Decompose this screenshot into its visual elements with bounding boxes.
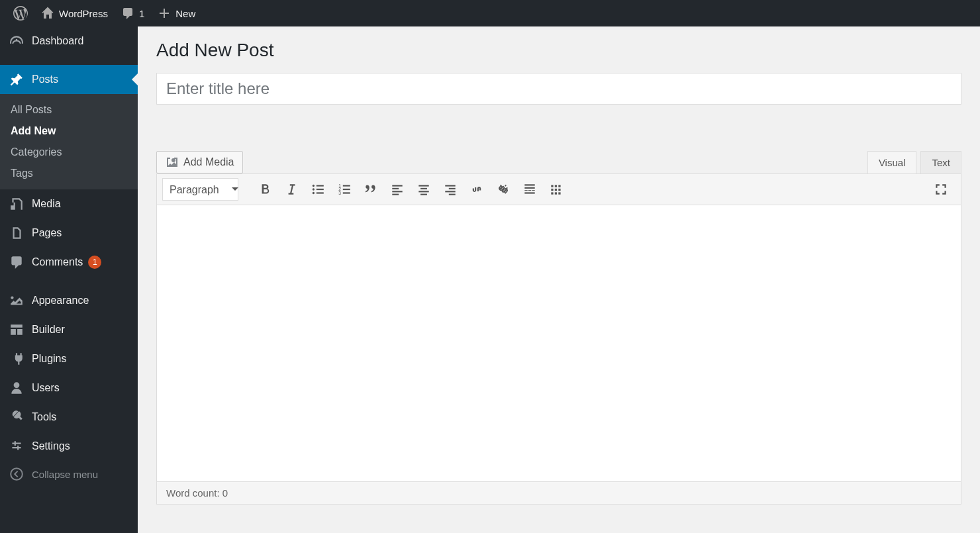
appearance-icon [8,293,25,308]
comments-link[interactable]: 1 [115,0,151,26]
tab-visual[interactable]: Visual [867,151,917,173]
menu-dashboard[interactable]: Dashboard [0,26,138,56]
svg-rect-34 [551,189,553,191]
wordpress-logo-icon [13,6,28,21]
main-content: Add New Post Add Media Visual Text Parag… [138,26,980,533]
submenu-all-posts[interactable]: All Posts [0,99,138,121]
new-content-link[interactable]: New [151,0,202,26]
settings-icon [8,439,25,454]
svg-rect-25 [524,184,534,185]
menu-tools[interactable]: Tools [0,403,138,432]
collapse-icon [8,467,25,481]
svg-rect-39 [558,192,560,194]
svg-rect-36 [558,189,560,191]
readmore-icon [522,182,537,197]
svg-point-2 [313,188,315,190]
submenu-add-new[interactable]: Add New [0,121,138,142]
bold-button[interactable] [253,178,277,201]
numbered-list-button[interactable]: 123 [332,178,356,201]
menu-plugins[interactable]: Plugins [0,344,138,373]
svg-rect-38 [555,192,557,194]
svg-point-0 [11,468,23,480]
site-home-link[interactable]: WordPress [34,0,115,26]
svg-rect-24 [449,194,456,195]
menu-settings[interactable]: Settings [0,432,138,461]
menu-comments[interactable]: Comments 1 [0,248,138,277]
wp-logo[interactable] [7,0,34,26]
home-icon [41,7,54,20]
word-count-value: 0 [222,487,228,499]
toolbar-toggle-button[interactable] [544,178,568,201]
list-ol-icon: 123 [337,182,352,197]
svg-rect-14 [392,188,399,189]
submenu-tags[interactable]: Tags [0,163,138,184]
menu-users[interactable]: Users [0,373,138,403]
link-icon [469,182,484,197]
svg-rect-19 [418,191,428,192]
svg-rect-5 [317,189,324,190]
submenu-posts: All Posts Add New Categories Tags [0,94,138,189]
unlink-button[interactable] [491,178,515,201]
italic-button[interactable] [279,178,303,201]
media-icon [8,197,25,211]
plugins-icon [8,352,25,366]
align-left-button[interactable] [385,178,409,201]
svg-rect-32 [555,185,557,187]
align-center-icon [416,182,431,197]
fullscreen-icon [934,182,948,197]
tools-icon [8,410,25,424]
editor: Add Media Visual Text Paragraph 123 [156,151,961,505]
svg-rect-31 [551,185,553,187]
kitchen-sink-icon [549,182,564,197]
post-title-input[interactable] [156,73,961,105]
editor-statusbar: Word count: 0 [156,482,961,505]
align-center-button[interactable] [412,178,436,201]
svg-rect-13 [392,185,402,186]
svg-rect-4 [317,185,324,186]
link-button[interactable] [465,178,489,201]
svg-rect-23 [445,191,455,192]
submenu-categories[interactable]: Categories [0,142,138,163]
menu-builder[interactable]: Builder [0,315,138,344]
align-right-button[interactable] [438,178,462,201]
users-icon [8,381,25,395]
plus-icon [158,7,171,20]
admin-bar: WordPress 1 New [0,0,980,26]
tab-text[interactable]: Text [920,151,961,173]
fullscreen-button[interactable] [929,178,953,201]
bullet-list-button[interactable] [306,178,330,201]
builder-icon [8,322,25,337]
comment-icon [121,7,134,20]
collapse-menu[interactable]: Collapse menu [0,461,138,487]
editor-tabs: Visual Text [863,151,961,173]
align-right-icon [443,182,458,197]
svg-rect-16 [392,194,399,195]
align-left-icon [390,182,405,197]
add-media-button[interactable]: Add Media [156,151,243,173]
svg-rect-29 [532,190,534,191]
comments-badge: 1 [88,256,101,269]
site-name: WordPress [59,8,108,19]
blockquote-button[interactable] [359,178,383,201]
svg-rect-30 [524,192,534,193]
format-select[interactable]: Paragraph [162,178,238,201]
menu-appearance[interactable]: Appearance [0,286,138,315]
read-more-button[interactable] [518,178,542,201]
menu-pages[interactable]: Pages [0,218,138,248]
svg-point-1 [313,185,315,187]
editor-content[interactable] [156,205,961,482]
svg-rect-35 [555,189,557,191]
svg-rect-37 [551,192,553,194]
svg-text:3: 3 [338,191,341,195]
menu-posts[interactable]: Posts [0,65,138,94]
italic-icon [284,182,299,197]
svg-rect-11 [343,189,350,190]
admin-sidebar: Dashboard Posts All Posts Add New Catego… [0,26,138,533]
menu-media[interactable]: Media [0,189,138,218]
editor-toolbar: Paragraph 123 [156,173,961,205]
svg-rect-33 [558,185,560,187]
svg-rect-22 [449,188,456,189]
unlink-icon [496,182,511,197]
svg-rect-15 [392,191,402,192]
pin-icon [8,72,25,87]
